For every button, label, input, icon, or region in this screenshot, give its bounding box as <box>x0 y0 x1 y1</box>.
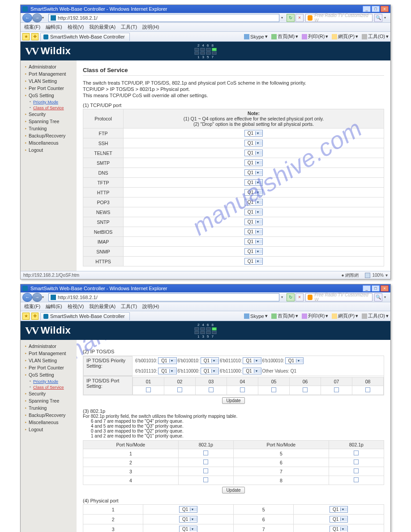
sidebar-item-trunking-2[interactable]: Trunking <box>21 404 77 412</box>
queue-select[interactable]: Q1▾ <box>179 506 197 513</box>
sidebar-item-per-port-counter-2[interactable]: Per Port Counter <box>21 364 77 371</box>
close-button-2[interactable]: × <box>381 285 389 292</box>
tb-skype[interactable]: Skype ▾ <box>244 34 268 39</box>
8021p-checkbox[interactable] <box>354 477 359 482</box>
search-box[interactable]: Free Radio TV Customized W <box>305 14 372 22</box>
search-button-2[interactable]: 🔍 <box>374 293 382 301</box>
sidebar-sub-priority-mode[interactable]: Priority Mode <box>21 99 77 105</box>
8021p-checkbox[interactable] <box>354 450 359 455</box>
refresh-button[interactable]: ↻ <box>287 14 295 22</box>
address-bar[interactable] <box>48 14 279 22</box>
update-button-1[interactable]: Update <box>222 397 244 404</box>
tb-skype-2[interactable]: Skype ▾ <box>244 313 268 319</box>
port-checkbox[interactable] <box>240 387 245 392</box>
sidebar-item-backup-recovery-2[interactable]: Backup/Recovery <box>21 412 77 419</box>
queue-select[interactable]: Q1▾ <box>244 150 263 156</box>
queue-select[interactable]: Q1▾ <box>330 526 348 532</box>
queue-select[interactable]: Q1▾ <box>201 357 219 364</box>
queue-select[interactable]: Q1▾ <box>285 357 304 364</box>
sidebar-item-vlan-setting-2[interactable]: VLAN Setting <box>21 357 77 364</box>
queue-select[interactable]: Q1▾ <box>179 516 197 523</box>
queue-select[interactable]: Q1▾ <box>201 368 219 374</box>
queue-select[interactable]: Q1▾ <box>243 357 261 364</box>
maximize-button[interactable]: □ <box>372 6 380 12</box>
port-checkbox[interactable] <box>177 387 182 392</box>
queue-select[interactable]: Q1▾ <box>244 209 263 215</box>
minimize-button[interactable]: _ <box>363 6 371 12</box>
queue-select[interactable]: Q1▾ <box>244 238 263 245</box>
queue-select[interactable]: Q1▾ <box>330 516 348 523</box>
url-input[interactable] <box>58 15 277 21</box>
menu-tool[interactable]: 工具(T) <box>121 24 137 30</box>
tb-tools-2[interactable]: 工具(O) ▾ <box>362 313 389 319</box>
port-checkbox[interactable] <box>271 387 276 392</box>
stop-button[interactable]: × <box>295 14 304 22</box>
8021p-checkbox[interactable] <box>203 477 208 482</box>
port-checkbox[interactable] <box>334 387 339 392</box>
port-checkbox[interactable] <box>146 387 151 392</box>
sidebar-item-miscellaneous-2[interactable]: Miscellaneous <box>21 419 77 426</box>
tb-home-2[interactable]: 首頁(M) ▾ <box>271 313 299 319</box>
menu-help[interactable]: 說明(H) <box>142 24 159 30</box>
queue-select[interactable]: Q1▾ <box>243 368 261 374</box>
queue-select[interactable]: Q1▾ <box>244 248 263 255</box>
queue-select[interactable]: Q1▾ <box>244 219 263 225</box>
port-checkbox[interactable] <box>303 387 308 392</box>
8021p-checkbox[interactable] <box>203 450 208 455</box>
back-button[interactable]: ← <box>22 13 32 22</box>
menu-file[interactable]: 檔案(F) <box>24 24 40 30</box>
tb-print-2[interactable]: 列印(R) ▾ <box>302 313 328 319</box>
8021p-checkbox[interactable] <box>203 459 208 464</box>
queue-select[interactable]: Q1▾ <box>244 169 263 176</box>
queue-select[interactable]: Q1▾ <box>244 258 263 265</box>
refresh-button-2[interactable]: ↻ <box>287 293 295 301</box>
queue-select[interactable]: Q1▾ <box>179 526 197 532</box>
maximize-button-2[interactable]: □ <box>372 285 380 292</box>
back-button-2[interactable]: ← <box>22 293 32 302</box>
sidebar-item-backup-recovery[interactable]: Backup/Recovery <box>21 132 77 139</box>
zoom-control[interactable]: 100% ▾ <box>365 273 388 278</box>
sidebar-item-administrator-2[interactable]: Administrator <box>21 343 77 350</box>
address-bar-2[interactable] <box>48 293 279 301</box>
url-input-2[interactable] <box>58 295 277 300</box>
search-button[interactable]: 🔍 <box>374 14 382 22</box>
sidebar-item-security[interactable]: Security <box>21 111 77 118</box>
update-button-2[interactable]: Update <box>222 487 244 493</box>
sidebar-item-per-port-counter[interactable]: Per Port Counter <box>21 85 77 92</box>
queue-select[interactable]: Q1▾ <box>244 228 263 235</box>
nav-history-drop-2[interactable]: ▾ <box>42 295 47 299</box>
port-checkbox[interactable] <box>209 387 214 392</box>
sidebar-sub-priority-mode-2[interactable]: Priority Mode <box>21 378 77 384</box>
sidebar-item-qos-setting-2[interactable]: QoS Setting <box>21 371 77 378</box>
queue-select[interactable]: Q1▾ <box>158 368 176 374</box>
queue-select[interactable]: Q1▾ <box>244 130 263 137</box>
sidebar-item-trunking[interactable]: Trunking <box>21 125 77 132</box>
add-favorite-icon-2[interactable]: ✚ <box>31 313 39 320</box>
8021p-checkbox[interactable] <box>354 468 359 473</box>
queue-select[interactable]: Q1▾ <box>244 179 263 186</box>
sidebar-item-qos-setting[interactable]: QoS Setting <box>21 92 77 99</box>
search-drop[interactable]: ▾ <box>384 16 389 20</box>
sidebar-item-security-2[interactable]: Security <box>21 390 77 397</box>
tb-page[interactable]: 網頁(P) ▾ <box>332 33 358 40</box>
queue-select[interactable]: Q1▾ <box>158 357 176 364</box>
sidebar-item-vlan-setting[interactable]: VLAN Setting <box>21 77 77 85</box>
tb-home[interactable]: 首頁(M) ▾ <box>271 33 299 40</box>
menu-view[interactable]: 檢視(V) <box>68 24 84 30</box>
sidebar-item-port-management[interactable]: Port Management <box>21 70 77 77</box>
search-box-2[interactable]: Free Radio TV Customized W <box>305 293 372 301</box>
add-favorite-icon[interactable]: ✚ <box>31 33 39 40</box>
sidebar-sub-class-of-service[interactable]: Class of Service <box>21 105 77 111</box>
tb-page-2[interactable]: 網頁(P) ▾ <box>332 313 358 319</box>
sidebar-item-port-management-2[interactable]: Port Management <box>21 350 77 357</box>
sidebar-item-spanning-tree-2[interactable]: Spanning Tree <box>21 397 77 404</box>
8021p-checkbox[interactable] <box>354 459 359 464</box>
sidebar-item-logout[interactable]: Logout <box>21 146 77 154</box>
port-checkbox[interactable] <box>365 387 370 392</box>
stop-button-2[interactable]: × <box>295 293 304 301</box>
tab-smartswitch-2[interactable]: SmartSwitch Web-Base Controller <box>40 312 130 320</box>
url-drop[interactable]: ▾ <box>281 16 286 20</box>
queue-select[interactable]: Q1▾ <box>244 159 263 166</box>
sidebar-item-logout-2[interactable]: Logout <box>21 426 77 433</box>
sidebar-item-spanning-tree[interactable]: Spanning Tree <box>21 118 77 125</box>
